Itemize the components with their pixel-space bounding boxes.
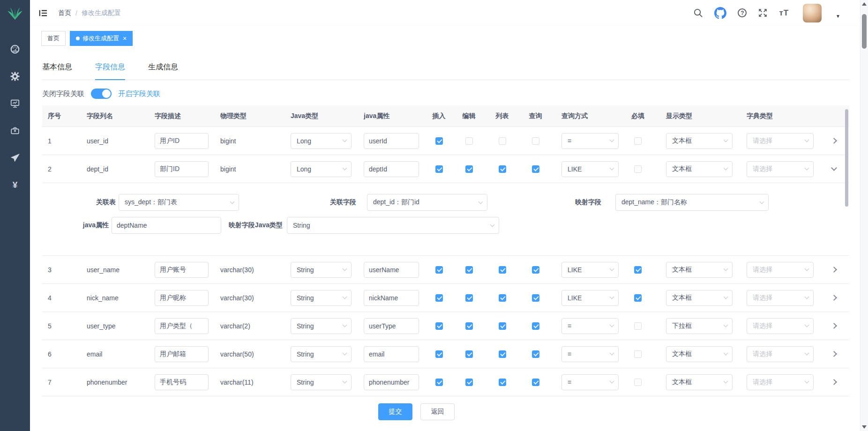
mapping-java-type-select[interactable]: String bbox=[287, 217, 499, 234]
insert-checkbox[interactable] bbox=[435, 379, 443, 386]
query-checkbox[interactable] bbox=[532, 137, 539, 145]
required-checkbox[interactable] bbox=[634, 294, 642, 302]
submit-button[interactable]: 提交 bbox=[378, 403, 412, 420]
list-checkbox[interactable] bbox=[499, 350, 506, 358]
app-logo[interactable] bbox=[0, 0, 30, 26]
required-checkbox[interactable] bbox=[634, 165, 642, 173]
query-type-select[interactable]: = bbox=[561, 133, 619, 149]
required-checkbox[interactable] bbox=[634, 379, 642, 386]
mapping-java-prop-input[interactable] bbox=[112, 217, 221, 234]
list-checkbox[interactable] bbox=[499, 294, 506, 302]
java-prop-input[interactable] bbox=[364, 374, 419, 390]
dict-type-select[interactable]: 请选择 bbox=[747, 262, 814, 278]
display-type-select[interactable]: 文本框 bbox=[666, 262, 733, 278]
sidebar-item-finance[interactable]: ¥ bbox=[0, 171, 30, 199]
required-checkbox[interactable] bbox=[634, 350, 642, 358]
java-type-select[interactable]: String bbox=[291, 318, 352, 334]
sidebar-item-deploy[interactable] bbox=[0, 144, 30, 171]
edit-checkbox[interactable] bbox=[465, 350, 473, 358]
tag-current[interactable]: 修改生成配置 × bbox=[70, 31, 133, 46]
display-type-select[interactable]: 文本框 bbox=[666, 290, 733, 306]
list-checkbox[interactable] bbox=[499, 322, 506, 330]
query-type-select[interactable]: = bbox=[561, 346, 619, 362]
help-button[interactable]: ? bbox=[738, 8, 747, 17]
field-desc-input[interactable] bbox=[155, 318, 209, 334]
query-type-select[interactable]: LIKE bbox=[561, 161, 619, 177]
fullscreen-button[interactable] bbox=[758, 8, 768, 18]
dict-type-select[interactable]: 请选择 bbox=[747, 290, 814, 306]
search-button[interactable] bbox=[693, 8, 703, 18]
required-checkbox[interactable] bbox=[634, 322, 642, 330]
relation-toggle-switch[interactable] bbox=[91, 89, 112, 99]
display-type-select[interactable]: 文本框 bbox=[666, 346, 733, 362]
dict-type-select[interactable]: 请选择 bbox=[747, 374, 814, 390]
dict-type-select[interactable]: 请选择 bbox=[747, 346, 814, 362]
edit-checkbox[interactable] bbox=[465, 137, 473, 145]
list-checkbox[interactable] bbox=[499, 165, 506, 173]
java-prop-input[interactable] bbox=[364, 262, 419, 278]
dict-type-select[interactable]: 请选择 bbox=[747, 161, 814, 177]
expand-row-icon[interactable] bbox=[831, 351, 837, 357]
query-type-select[interactable]: = bbox=[561, 318, 619, 334]
edit-checkbox[interactable] bbox=[465, 165, 473, 173]
insert-checkbox[interactable] bbox=[435, 294, 443, 302]
edit-checkbox[interactable] bbox=[465, 294, 473, 302]
java-type-select[interactable]: String bbox=[291, 374, 352, 390]
java-type-select[interactable]: String bbox=[291, 346, 352, 362]
insert-checkbox[interactable] bbox=[435, 350, 443, 358]
scrollbar-thumb[interactable] bbox=[862, 14, 867, 49]
java-prop-input[interactable] bbox=[364, 318, 419, 334]
query-checkbox[interactable] bbox=[532, 294, 539, 302]
java-type-select[interactable]: String bbox=[291, 290, 352, 306]
relation-field-select[interactable]: dept_id：部门id bbox=[367, 194, 487, 211]
java-type-select[interactable]: Long bbox=[291, 133, 352, 149]
query-checkbox[interactable] bbox=[532, 322, 539, 330]
query-type-select[interactable]: = bbox=[561, 374, 619, 390]
list-checkbox[interactable] bbox=[499, 379, 506, 386]
expand-row-icon[interactable] bbox=[831, 295, 837, 301]
expand-row-icon[interactable] bbox=[831, 267, 837, 273]
dict-type-select[interactable]: 请选择 bbox=[747, 133, 814, 149]
java-type-select[interactable]: Long bbox=[291, 161, 352, 177]
sidebar-item-tool[interactable] bbox=[0, 117, 30, 144]
scrollbar-up-arrow[interactable] bbox=[862, 2, 867, 6]
field-desc-input[interactable] bbox=[155, 161, 209, 177]
query-type-select[interactable]: LIKE bbox=[561, 262, 619, 278]
sidebar-toggle-button[interactable] bbox=[38, 9, 48, 17]
required-checkbox[interactable] bbox=[634, 266, 642, 274]
required-checkbox[interactable] bbox=[634, 137, 642, 145]
java-prop-input[interactable] bbox=[364, 290, 419, 306]
sidebar-item-monitor[interactable] bbox=[0, 90, 30, 117]
java-prop-input[interactable] bbox=[364, 133, 419, 149]
display-type-select[interactable]: 文本框 bbox=[666, 133, 733, 149]
list-checkbox[interactable] bbox=[499, 266, 506, 274]
expand-row-icon[interactable] bbox=[831, 165, 837, 171]
tag-home[interactable]: 首页 bbox=[41, 31, 66, 46]
tab-basic-info[interactable]: 基本信息 bbox=[42, 62, 72, 80]
user-avatar[interactable] bbox=[803, 4, 822, 22]
display-type-select[interactable]: 文本框 bbox=[666, 374, 733, 390]
back-button[interactable]: 返回 bbox=[420, 403, 455, 420]
display-type-select[interactable]: 下拉框 bbox=[666, 318, 733, 334]
expand-row-icon[interactable] bbox=[831, 138, 837, 144]
query-checkbox[interactable] bbox=[532, 379, 539, 386]
field-desc-input[interactable] bbox=[155, 133, 209, 149]
window-scrollbar[interactable] bbox=[860, 0, 868, 431]
display-type-select[interactable]: 文本框 bbox=[666, 161, 733, 177]
list-checkbox[interactable] bbox=[499, 137, 506, 145]
edit-checkbox[interactable] bbox=[465, 266, 473, 274]
field-desc-input[interactable] bbox=[155, 346, 209, 362]
tab-generate-info[interactable]: 生成信息 bbox=[148, 62, 178, 80]
expand-row-icon[interactable] bbox=[831, 323, 837, 329]
java-prop-input[interactable] bbox=[364, 161, 419, 177]
sidebar-item-dashboard[interactable] bbox=[0, 36, 30, 63]
java-type-select[interactable]: String bbox=[291, 262, 352, 278]
insert-checkbox[interactable] bbox=[435, 266, 443, 274]
relation-table-select[interactable]: sys_dept：部门表 bbox=[119, 194, 239, 211]
dict-type-select[interactable]: 请选择 bbox=[747, 318, 814, 334]
mapping-field-select[interactable]: dept_name：部门名称 bbox=[615, 194, 769, 211]
font-size-button[interactable]: тT bbox=[779, 8, 789, 18]
field-desc-input[interactable] bbox=[155, 374, 209, 390]
field-desc-input[interactable] bbox=[155, 262, 209, 278]
query-checkbox[interactable] bbox=[532, 165, 539, 173]
